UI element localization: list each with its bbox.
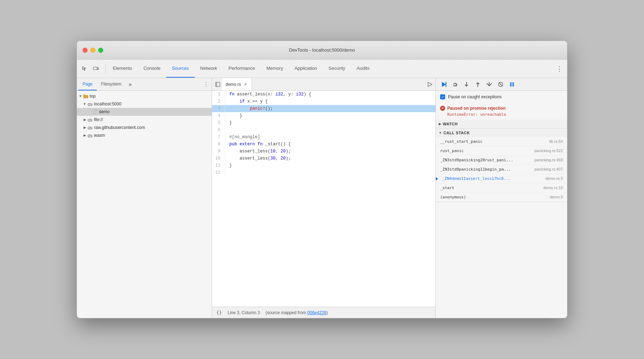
tab-performance[interactable]: Performance	[223, 59, 260, 78]
code-line-1: 1 fn assert_less(x: i32, y: i32) {	[212, 91, 436, 98]
tree-arrow-wasm: ▶	[83, 133, 87, 137]
step-out-button[interactable]	[473, 79, 483, 89]
tree-item-raw-github[interactable]: ▶ raw.githubusercontent.com	[77, 124, 212, 131]
step-into-button[interactable]	[461, 79, 471, 89]
pretty-print-icon[interactable]: {}	[216, 310, 222, 315]
tab-security[interactable]: Security	[323, 59, 351, 78]
toolbar-icons	[80, 64, 106, 74]
traffic-lights	[83, 48, 103, 53]
svg-point-16	[88, 135, 90, 136]
left-panel: Page Filesystem » ⋮ ▼ top ▼	[77, 78, 212, 318]
run-snippet-icon[interactable]	[426, 80, 434, 89]
tree-label-wasm: wasm	[94, 133, 105, 138]
code-line-11: 11 }	[212, 162, 436, 169]
deactivate-breakpoints-button[interactable]	[496, 79, 506, 89]
panel-actions-icon[interactable]: ⋮	[202, 81, 210, 88]
call-stack-item-4[interactable]: _ZN4demo11assert_less17hc8... demo.rs:3	[436, 174, 567, 183]
call-stack-item-2[interactable]: _ZN3std9panicking20rust_pani... panickin…	[436, 156, 567, 165]
device-icon[interactable]	[91, 64, 101, 74]
editor-statusbar: {} Line 3, Column 3 (source mapped from …	[212, 307, 436, 318]
code-line-2: 2 if x >= y {	[212, 98, 436, 105]
svg-point-14	[90, 127, 92, 129]
call-stack-item-0[interactable]: __rust_start_panic lib.rs:54	[436, 137, 567, 146]
tab-application[interactable]: Application	[289, 59, 323, 78]
tab-elements[interactable]: Elements	[107, 59, 138, 78]
code-editor[interactable]: 1 fn assert_less(x: i32, y: i32) { 2 if …	[212, 91, 436, 307]
call-stack-item-6[interactable]: (anonymous) demo:3	[436, 193, 567, 202]
pause-exceptions-section: Pause on caught exceptions	[436, 91, 567, 103]
watch-header[interactable]: ▶ Watch	[436, 120, 567, 128]
svg-rect-0	[94, 67, 97, 70]
toggle-sidebar-icon[interactable]	[213, 80, 222, 89]
tab-page[interactable]: Page	[78, 78, 97, 90]
more-tabs-icon[interactable]: ⋮	[554, 64, 564, 74]
left-panel-tabs: Page Filesystem » ⋮	[77, 78, 212, 91]
tab-memory[interactable]: Memory	[261, 59, 289, 78]
tab-sources[interactable]: Sources	[166, 59, 195, 78]
more-panels-icon[interactable]: »	[127, 81, 133, 88]
debug-panel: Pause on caught exceptions Paused on pro…	[436, 91, 567, 318]
svg-rect-22	[445, 82, 447, 87]
call-stack-header[interactable]: ▼ Call Stack	[436, 129, 567, 137]
main-toolbar: Elements Console Sources Network Perform…	[77, 59, 567, 78]
tree-label-raw-github: raw.githubusercontent.com	[94, 125, 145, 130]
resume-button[interactable]	[439, 79, 449, 89]
code-line-6: 6	[212, 126, 436, 134]
code-line-3: 3 panic!();	[212, 105, 436, 112]
window-title: DevTools - localhost:5000/demo	[289, 47, 355, 53]
svg-marker-20	[428, 82, 432, 87]
pause-on-exceptions-button[interactable]	[507, 79, 517, 89]
paused-error-section: Paused on promise rejection RuntimeError…	[436, 103, 567, 120]
minimize-button[interactable]	[90, 48, 95, 53]
code-line-7: 7 #[no_mangle]	[212, 134, 436, 141]
code-line-10: 10 assert_less(30, 20);	[212, 155, 436, 162]
close-button[interactable]	[83, 48, 88, 53]
svg-line-28	[499, 83, 502, 86]
call-stack-list: __rust_start_panic lib.rs:54 rust_panic …	[436, 137, 567, 202]
tree-label-localhost: localhost:5000	[94, 102, 121, 106]
error-icon	[440, 106, 445, 111]
tree-item-wasm[interactable]: ▶ wasm	[77, 131, 212, 139]
tab-console[interactable]: Console	[138, 59, 166, 78]
call-stack-item-1[interactable]: rust_panic panicking.rs:522	[436, 146, 567, 156]
tab-audits[interactable]: Audits	[351, 59, 375, 78]
call-stack-item-3[interactable]: _ZN3std9panicking11begin_pa... panicking…	[436, 165, 567, 174]
tree-label-top: top	[90, 94, 96, 99]
tree-item-file[interactable]: ▶ file://	[77, 116, 212, 124]
svg-marker-21	[442, 82, 446, 87]
maximize-button[interactable]	[98, 48, 103, 53]
tree-item-top[interactable]: ▼ top	[77, 92, 212, 100]
call-stack-section: ▼ Call Stack __rust_start_panic lib.rs:5…	[436, 129, 567, 202]
tree-label-file: file://	[94, 117, 103, 122]
tree-arrow-raw-github: ▶	[83, 125, 87, 130]
svg-point-13	[88, 127, 90, 129]
tree-item-demo[interactable]: ▶ demo	[77, 108, 212, 116]
pause-exceptions-checkbox[interactable]	[440, 94, 445, 99]
svg-point-7	[90, 104, 92, 105]
paused-error-heading: Paused on promise rejection	[447, 106, 506, 111]
tree-item-localhost[interactable]: ▼ localhost:5000	[77, 100, 212, 108]
call-stack-label: Call Stack	[443, 131, 470, 135]
svg-point-17	[90, 135, 92, 136]
tab-network[interactable]: Network	[195, 59, 223, 78]
cloud-icon-wasm	[88, 133, 93, 138]
right-panel: Pause on caught exceptions Paused on pro…	[436, 78, 567, 318]
editor-tab-filename: demo.rs	[226, 82, 241, 87]
close-tab-icon[interactable]: ✕	[243, 82, 248, 87]
main-tabs: Elements Console Sources Network Perform…	[107, 59, 554, 78]
editor-tabs: demo.rs ✕	[212, 78, 436, 91]
code-line-5: 5 }	[212, 119, 436, 126]
step-over-button[interactable]	[450, 79, 460, 89]
step-button[interactable]	[484, 79, 494, 89]
editor-tab-demo[interactable]: demo.rs ✕	[222, 78, 252, 90]
watch-section: ▶ Watch	[436, 120, 567, 129]
cloud-icon-file	[88, 117, 93, 122]
file-icon-demo	[93, 109, 97, 114]
titlebar: DevTools - localhost:5000/demo	[77, 41, 567, 59]
inspect-icon[interactable]	[80, 64, 90, 74]
code-table: 1 fn assert_less(x: i32, y: i32) { 2 if …	[212, 91, 436, 176]
call-stack-item-5[interactable]: _start demo.rs:10	[436, 183, 567, 193]
source-map-info: (source mapped from 006e4226)	[265, 310, 328, 315]
tab-filesystem[interactable]: Filesystem	[97, 78, 126, 90]
source-map-link[interactable]: 006e4226	[307, 310, 326, 315]
